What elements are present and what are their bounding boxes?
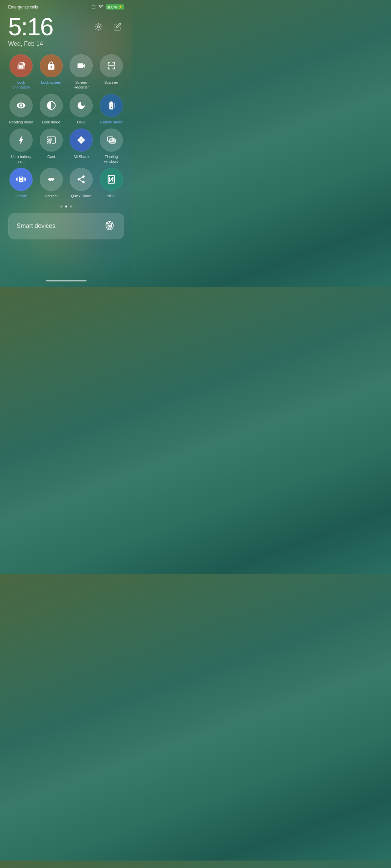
qs-lock-orientation-label: Lock orientation	[8, 80, 34, 90]
svg-point-4	[21, 67, 22, 68]
qs-mi-share-label: Mi Share	[74, 154, 89, 159]
qs-dnd[interactable]: DND	[68, 94, 94, 124]
qs-screen-recorder-circle	[70, 54, 93, 77]
emergency-calls-label: Emergency calls	[8, 5, 38, 9]
clock-date: Wed, Feb 14	[8, 40, 53, 47]
status-icons: ☐ 100 % ⚡	[92, 4, 124, 10]
edit-icon[interactable]	[111, 20, 124, 34]
qs-hotspot[interactable]: Hotspot	[38, 168, 64, 198]
svg-point-1	[96, 24, 101, 29]
qs-ultra-battery-label: Ultra battery sa...	[8, 154, 34, 164]
qs-vibrate-label: Vibrate	[15, 194, 27, 198]
qs-dark-mode-circle	[40, 94, 63, 117]
qs-cast-label: Cast	[47, 154, 55, 159]
smart-devices-label: Smart devices	[17, 222, 55, 230]
qs-scanner-label: Scanner	[104, 80, 118, 85]
settings-icon[interactable]	[92, 20, 105, 34]
qs-battery-saver-label: Battery saver	[100, 120, 122, 124]
qs-hotspot-label: Hotspot	[45, 194, 58, 198]
quick-settings-grid: Lock orientation Lock screen Screen Reco…	[7, 54, 126, 199]
battery-indicator: 100 % ⚡	[106, 4, 124, 9]
home-indicator[interactable]	[7, 267, 126, 287]
smart-devices-icon	[104, 220, 116, 232]
qs-vibrate-circle	[10, 168, 33, 191]
clock-time: 5:16	[8, 15, 53, 39]
qs-quick-share[interactable]: Quick Share	[68, 168, 94, 198]
qs-ultra-battery[interactable]: Ultra battery sa...	[8, 129, 34, 164]
qs-quick-share-label: Quick Share	[71, 194, 92, 198]
qs-lock-screen[interactable]: Lock screen	[38, 54, 64, 90]
clock-action-icons	[92, 15, 124, 34]
qs-nfc-circle	[100, 168, 123, 191]
qs-cast-circle	[40, 129, 63, 152]
clock-area: 5:16 Wed, Feb 14	[7, 11, 126, 54]
qs-nfc[interactable]: NFC	[98, 168, 125, 198]
status-bar: Emergency calls ☐ 100 % ⚡	[7, 0, 126, 11]
sim-icon: ☐	[92, 4, 96, 9]
qs-reading-mode[interactable]: Reading mode	[8, 94, 34, 124]
svg-point-13	[20, 178, 22, 181]
qs-hotspot-circle	[40, 168, 63, 191]
qs-battery-saver[interactable]: Battery saver	[98, 94, 125, 124]
svg-rect-10	[49, 138, 52, 141]
qs-nfc-label: NFC	[107, 194, 115, 198]
qs-scanner-circle	[100, 54, 123, 77]
qs-floating-windows-circle	[100, 129, 123, 152]
qs-lock-screen-circle	[40, 54, 63, 77]
qs-dnd-label: DND	[77, 120, 85, 124]
qs-lock-orientation[interactable]: Lock orientation	[8, 54, 34, 90]
qs-quick-share-circle	[70, 168, 93, 191]
qs-lock-orientation-circle	[10, 54, 33, 77]
qs-scanner[interactable]: Scanner	[98, 54, 125, 90]
page-dot-2[interactable]	[65, 205, 67, 208]
home-bar	[46, 280, 87, 281]
qs-screen-recorder-label: Screen Recorder	[68, 80, 94, 90]
page-dot-1[interactable]	[60, 205, 62, 208]
qs-vibrate[interactable]: Vibrate	[8, 168, 34, 198]
qs-floating-windows[interactable]: Floating windows	[98, 129, 125, 164]
qs-dark-mode-label: Dark mode	[42, 120, 60, 124]
page-dot-3[interactable]	[70, 205, 72, 208]
qs-screen-recorder[interactable]: Screen Recorder	[68, 54, 94, 90]
pagination-dots	[7, 199, 126, 213]
qs-floating-windows-label: Floating windows	[98, 154, 125, 164]
qs-mi-share[interactable]: Mi Share	[68, 129, 94, 164]
svg-rect-12	[110, 139, 115, 143]
qs-reading-mode-circle	[10, 94, 33, 117]
svg-point-0	[97, 26, 100, 28]
wifi-icon	[98, 4, 104, 10]
qs-mi-share-circle	[70, 129, 93, 152]
qs-lock-screen-label: Lock screen	[41, 80, 61, 85]
qs-dnd-circle	[70, 94, 93, 117]
qs-cast[interactable]: Cast	[38, 129, 64, 164]
qs-dark-mode[interactable]: Dark mode	[38, 94, 64, 124]
qs-ultra-battery-circle	[10, 129, 33, 152]
qs-battery-saver-circle	[100, 94, 123, 117]
qs-reading-mode-label: Reading mode	[9, 120, 33, 124]
smart-devices-bar[interactable]: Smart devices	[8, 213, 124, 239]
